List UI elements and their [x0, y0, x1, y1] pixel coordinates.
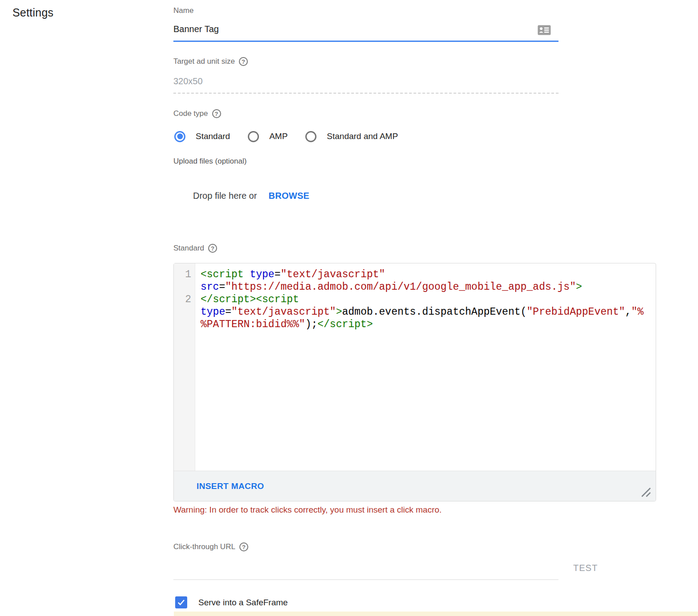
line-number: 1 — [174, 268, 195, 293]
name-input-underline — [173, 41, 558, 42]
safeframe-checkbox[interactable] — [175, 596, 187, 608]
help-icon[interactable]: ? — [239, 542, 248, 551]
radio-option-standard-and-amp[interactable]: Standard and AMP — [305, 131, 398, 142]
code-type-label: Code type ? — [173, 109, 221, 118]
radio-icon — [174, 131, 185, 142]
name-input[interactable]: Banner Tag — [173, 24, 219, 34]
radio-option-standard[interactable]: Standard — [174, 131, 230, 142]
radio-option-amp[interactable]: AMP — [248, 131, 287, 142]
code-content: 1 <script type="text/javascript"src="htt… — [174, 263, 656, 331]
target-ad-unit-size-underline — [173, 93, 558, 94]
standard-code-text: Standard — [173, 244, 204, 253]
click-macro-warning: Warning: In order to track clicks correc… — [173, 505, 442, 515]
code-type-radio-group: Standard AMP Standard and AMP — [174, 130, 398, 143]
radio-label: Standard and AMP — [327, 131, 398, 141]
notice-bar — [174, 612, 698, 616]
safeframe-row[interactable]: Serve into a SafeFrame — [175, 596, 288, 608]
target-ad-unit-size-value: 320x50 — [173, 76, 203, 86]
line-number: 2 — [174, 293, 195, 331]
radio-icon — [305, 131, 316, 142]
file-drop-zone[interactable]: Drop file here or BROWSE — [193, 191, 309, 201]
target-ad-unit-size-label: Target ad unit size ? — [173, 57, 248, 66]
checkmark-icon — [177, 598, 186, 607]
click-through-url-input[interactable] — [173, 558, 558, 579]
drop-file-text: Drop file here or — [193, 191, 257, 201]
code-line: 1 <script type="text/javascript"src="htt… — [174, 268, 656, 293]
code-editor-textarea[interactable]: 1 <script type="text/javascript"src="htt… — [174, 263, 656, 471]
code-line: 2 </script><scripttype="text/javascript"… — [174, 293, 656, 331]
radio-label: Standard — [196, 131, 230, 141]
test-button[interactable]: TEST — [573, 563, 598, 573]
page-title: Settings — [12, 6, 53, 19]
code-line-text: </script><scripttype="text/javascript">a… — [195, 293, 644, 331]
target-ad-unit-size-text: Target ad unit size — [173, 57, 235, 66]
click-through-url-text: Click-through URL — [173, 542, 235, 551]
standard-code-label: Standard ? — [173, 244, 217, 253]
click-through-url-underline — [173, 579, 558, 580]
settings-page: Settings Name Banner Tag Target ad unit … — [0, 0, 698, 616]
radio-icon — [248, 131, 259, 142]
code-editor-footer: INSERT MACRO — [174, 471, 656, 501]
insert-macro-button[interactable]: INSERT MACRO — [197, 481, 264, 491]
radio-label: AMP — [269, 131, 287, 141]
click-through-url-label: Click-through URL ? — [173, 542, 248, 551]
upload-files-label: Upload files (optional) — [173, 157, 246, 166]
resize-handle-icon[interactable] — [639, 485, 652, 498]
contact-card-icon — [538, 25, 551, 35]
name-label: Name — [173, 6, 193, 15]
code-type-text: Code type — [173, 109, 208, 118]
help-icon[interactable]: ? — [212, 109, 221, 118]
help-icon[interactable]: ? — [239, 57, 248, 66]
browse-button[interactable]: BROWSE — [268, 191, 309, 201]
code-editor: 1 <script type="text/javascript"src="htt… — [173, 263, 656, 501]
help-icon[interactable]: ? — [208, 244, 217, 253]
code-line-text: <script type="text/javascript"src="https… — [195, 268, 582, 293]
safeframe-label: Serve into a SafeFrame — [198, 598, 288, 608]
